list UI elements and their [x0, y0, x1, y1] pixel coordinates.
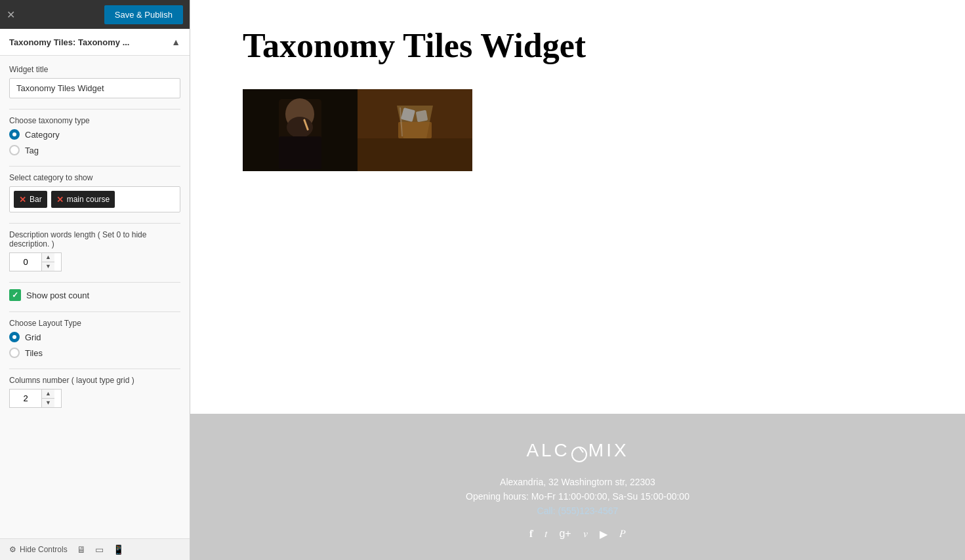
widget-body: Widget title Taxonomy Tiles Widget Choos…	[0, 56, 190, 538]
category-tags-container[interactable]: ✕ Bar ✕ main course	[9, 186, 180, 212]
collapse-icon[interactable]: ▲	[171, 37, 180, 47]
tiles-radio-option[interactable]: Tiles	[9, 348, 180, 358]
show-post-count-label: Show post count	[26, 290, 89, 300]
footer-area: ALC MIX Alexandria, 32 Washingtorn str, …	[190, 414, 965, 560]
layout-radio-group: Grid Tiles	[9, 332, 180, 358]
description-length-group: Description words length ( Set 0 to hide…	[9, 230, 180, 271]
columns-number-input-wrap: ▲ ▼	[9, 389, 62, 408]
tag-bar-label: Bar	[30, 195, 42, 204]
category-radio-label: Category	[25, 130, 60, 140]
svg-point-15	[572, 447, 586, 462]
footer-call: Call: (555)123-4567	[203, 506, 952, 516]
select-category-label: Select category to show	[9, 173, 180, 182]
divider-2	[9, 166, 180, 167]
columns-number-group: Columns number ( layout type grid ) ▲ ▼	[9, 376, 180, 408]
tile-image-2	[358, 89, 472, 171]
social-vimeo-icon[interactable]: 𝑣	[583, 528, 588, 540]
tag-main-course-remove[interactable]: ✕	[56, 195, 64, 205]
widget-title-label: Widget title	[9, 65, 180, 74]
footer-address: Alexandria, 32 Washingtorn str, 22303	[203, 477, 952, 487]
columns-number-decrement[interactable]: ▼	[42, 399, 54, 407]
divider-5	[9, 311, 180, 312]
description-length-decrement[interactable]: ▼	[42, 262, 54, 271]
divider-3	[9, 223, 180, 224]
tag-main-course: ✕ main course	[51, 191, 115, 208]
layout-type-group: Choose Layout Type Grid Tiles	[9, 319, 180, 358]
gear-icon: ⚙	[9, 545, 16, 554]
tag-radio-label: Tag	[25, 146, 39, 155]
columns-number-spinners: ▲ ▼	[41, 390, 54, 407]
footer-logo: ALC MIX	[203, 440, 952, 461]
tag-radio-circle[interactable]	[9, 145, 20, 155]
layout-type-label: Choose Layout Type	[9, 319, 180, 328]
taxonomy-type-label: Choose taxonomy type	[9, 116, 180, 125]
category-radio-circle[interactable]	[9, 129, 20, 140]
social-googleplus-icon[interactable]: g+	[559, 528, 571, 540]
show-post-count-group: Show post count	[9, 289, 180, 301]
widget-title-group: Widget title Taxonomy Tiles Widget	[9, 65, 180, 98]
image-tiles	[243, 89, 926, 171]
bottom-bar: ⚙ Hide Controls 🖥 ▭ 📱	[0, 538, 190, 560]
tag-bar: ✕ Bar	[14, 191, 47, 208]
footer-call-number: (555)123-4567	[558, 506, 619, 516]
columns-number-input[interactable]	[10, 390, 41, 407]
widget-header: Taxonomy Tiles: Taxonomy ... ▲	[0, 29, 190, 56]
save-publish-button[interactable]: Save & Publish	[104, 5, 183, 24]
show-post-count-row: Show post count	[9, 289, 180, 301]
description-length-spinners: ▲ ▼	[41, 253, 54, 271]
widget-title-input[interactable]: Taxonomy Tiles Widget	[9, 78, 180, 98]
right-panel: Taxonomy Tiles Widget	[190, 0, 965, 560]
mobile-view-icon[interactable]: 📱	[113, 544, 124, 555]
divider-4	[9, 282, 180, 283]
widget-title-display: Taxonomy Tiles Widget	[243, 26, 926, 66]
hide-controls-button[interactable]: ⚙ Hide Controls	[9, 545, 68, 554]
tile-image-1	[243, 89, 358, 171]
divider-1	[9, 109, 180, 110]
logo-text-alc: ALC	[526, 440, 569, 460]
select-category-group: Select category to show ✕ Bar ✕ main cou…	[9, 173, 180, 212]
grid-radio-circle[interactable]	[9, 332, 20, 342]
tiles-radio-label: Tiles	[25, 348, 43, 358]
description-length-increment[interactable]: ▲	[42, 253, 54, 262]
description-length-label: Description words length ( Set 0 to hide…	[9, 230, 180, 249]
logo-text-mix: MIX	[588, 440, 629, 460]
left-panel: ✕ Save & Publish Taxonomy Tiles: Taxonom…	[0, 0, 190, 560]
tag-radio-option[interactable]: Tag	[9, 145, 180, 155]
taxonomy-type-group: Choose taxonomy type Category Tag	[9, 116, 180, 155]
svg-rect-14	[358, 89, 472, 171]
widget-header-title: Taxonomy Tiles: Taxonomy ...	[9, 37, 130, 47]
tiles-radio-circle[interactable]	[9, 348, 20, 358]
taxonomy-radio-group: Category Tag	[9, 129, 180, 155]
close-icon[interactable]: ✕	[7, 9, 15, 21]
footer-call-prefix: Call:	[537, 506, 558, 516]
top-bar: ✕ Save & Publish	[0, 0, 190, 29]
social-youtube-icon[interactable]: ▶	[600, 528, 607, 540]
social-pinterest-icon[interactable]: 𝑃	[619, 528, 626, 540]
description-length-input-wrap: ▲ ▼	[9, 252, 62, 271]
show-post-count-checkbox[interactable]	[9, 289, 21, 301]
footer-hours: Opening hours: Mo-Fr 11:00-00:00, Sa-Su …	[203, 491, 952, 502]
footer-social: 𝐟 𝑡 g+ 𝑣 ▶ 𝑃	[203, 528, 952, 540]
description-length-input[interactable]	[10, 253, 41, 271]
grid-radio-option[interactable]: Grid	[9, 332, 180, 342]
tablet-view-icon[interactable]: ▭	[95, 544, 104, 555]
divider-6	[9, 369, 180, 369]
hide-controls-label: Hide Controls	[20, 545, 68, 554]
tag-main-course-label: main course	[67, 195, 110, 204]
grid-radio-label: Grid	[25, 332, 41, 342]
svg-rect-5	[243, 89, 358, 171]
desktop-view-icon[interactable]: 🖥	[77, 544, 86, 555]
social-twitter-icon[interactable]: 𝑡	[544, 528, 547, 540]
tag-bar-remove[interactable]: ✕	[19, 195, 26, 205]
preview-area: Taxonomy Tiles Widget	[190, 0, 965, 414]
columns-number-label: Columns number ( layout type grid )	[9, 376, 180, 385]
social-facebook-icon[interactable]: 𝐟	[529, 528, 533, 540]
columns-number-increment[interactable]: ▲	[42, 390, 54, 399]
category-radio-option[interactable]: Category	[9, 129, 180, 140]
